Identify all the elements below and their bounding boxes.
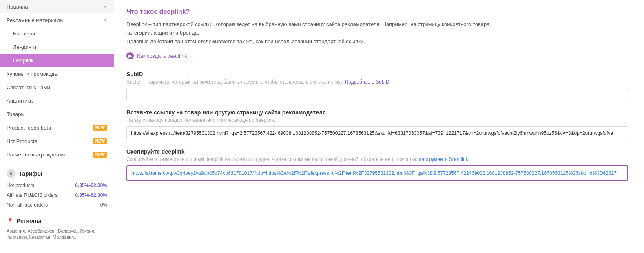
sidebar-item-coupons[interactable]: Купоны и промокоды [0,67,114,81]
sidebar-nav: Правила ▼ Рекламные материалы ▼ Баннеры … [0,0,114,161]
tariff-row-hot-products: Hot products 0.35%-62.30% [0,180,114,190]
sidebar-item-banners[interactable]: Баннеры [0,27,114,40]
copy-section-header: Скопируйте deeplink [126,148,632,155]
sidebar-item-product-feeds[interactable]: Product feeds beta NEW [0,121,114,134]
subid-input[interactable] [126,88,628,101]
subid-label: SubID [126,71,632,77]
tariffs-header: $ Тарифы [0,165,114,180]
description-line2: Целевые действия при этом отслеживаются … [126,38,365,44]
sidebar-item-rules[interactable]: Правила ▼ [0,0,114,13]
copy-section-sub: Скопируйте и разместите готовый deeplink… [126,156,632,162]
sidebar-item-analytics[interactable]: Аналитика [0,94,114,108]
chevron-down-icon: ▼ [103,4,107,9]
regions-header: 📍 Регионы [0,213,114,227]
sidebar-item-label: Рекламные материалы [7,17,64,23]
copy-section: Скопируйте deeplink Скопируйте и размест… [126,148,632,181]
sidebar-item-label: Расчет вознаграждения [7,152,65,158]
subid-section: SubID SubID — параметр, который вы может… [126,71,632,109]
chevron-down-icon: ▼ [103,18,107,22]
sidebar-item-label: Лендинги [13,44,36,50]
sidebar-item-label: Правила [7,4,28,10]
page-title: Что такое deeplink? [126,8,632,15]
sidebar-item-landings[interactable]: Лендинги [0,40,114,54]
url-section: Вставьте ссылку на товар или другую стра… [126,109,632,148]
url-input[interactable] [126,126,628,140]
badge-new-reward-calc: NEW [93,152,107,158]
sidebar-item-reward-calc[interactable]: Расчет вознаграждения NEW [0,148,114,161]
tariff-label: Affiliate RU&CIS orders [7,192,58,198]
tariffs-icon: $ [7,169,15,178]
subid-more-link[interactable]: Подробнее о SubID [345,79,389,85]
sidebar-item-label: Product feeds beta [7,125,51,131]
copy-sublabel-text: Скопируйте и разместите готовый deeplink… [126,156,418,162]
subid-sublabel-text: SubID — параметр, который вы можете доба… [126,79,345,85]
regions-text: Армения, Азербайджан, Беларусь, Грузия, … [0,227,114,242]
sidebar: Правила ▼ Рекламные материалы ▼ Баннеры … [0,0,114,253]
regions-icon: 📍 [7,218,13,224]
sidebar-item-products[interactable]: Товары [0,108,114,121]
url-section-label: Вставьте ссылку на товар или другую стра… [126,109,632,116]
how-to-deeplink-link[interactable]: Как создать deeplink [137,53,187,59]
how-to-link-row: ▶ Как создать deeplink [126,52,632,59]
tariff-value[interactable]: 0.35%-62.30% [75,192,107,198]
sidebar-item-label: Купоны и промокоды [7,71,58,77]
tariffs-title: Тарифы [19,170,42,177]
sidebar-item-label: Баннеры [13,31,35,37]
description-line1: Deeplink – тип партнерской ссылки, котор… [126,21,491,36]
tariff-label: Hot products [7,183,34,188]
badge-new-hot-products: NEW [93,138,107,144]
sidebar-item-label: Связаться с нами [7,84,50,90]
regions-section: 📍 Регионы Армения, Азербайджан, Беларусь… [0,213,114,242]
tariff-row-non-affiliate: Non-affiliate orders 0% [0,200,114,210]
sidebar-item-label: Аналитика [7,98,33,104]
main-content: Что такое deeplink? Deeplink – тип партн… [114,0,644,253]
subid-sublabel: SubID — параметр, который вы можете доба… [126,79,632,85]
tariff-value-zero: 0% [100,202,107,208]
sidebar-item-label: Deeplink [13,57,34,64]
sidebar-item-label: Товары [7,111,25,117]
tariff-row-affiliate: Affiliate RU&CIS orders 0.35%-62.30% [0,190,114,200]
generated-link-box[interactable]: https://alitems.co/g/w3q4oey1va9db85d74c… [126,165,628,181]
shortlink-tool-link[interactable]: инструмента Shortlink. [419,156,469,162]
description-text: Deeplink – тип партнерской ссылки, котор… [126,20,514,46]
regions-title: Регионы [17,218,41,224]
info-icon: ▶ [126,52,134,59]
sidebar-item-hot-products[interactable]: Hot Products NEW [0,134,114,148]
sidebar-item-deeplink[interactable]: Deeplink [0,54,114,67]
tariff-label: Non-affiliate orders [7,202,48,208]
url-section-sublabel: На эту страницу попадут пользователи при… [126,117,632,123]
tariffs-section: $ Тарифы Hot products 0.35%-62.30% Affil… [0,165,114,210]
badge-new-product-feeds: NEW [93,125,107,131]
tariff-value[interactable]: 0.35%-62.30% [75,183,107,188]
sidebar-item-ad-materials[interactable]: Рекламные материалы ▼ [0,13,114,27]
sidebar-item-label: Hot Products [7,138,37,144]
sidebar-item-contact[interactable]: Связаться с нами [0,81,114,94]
